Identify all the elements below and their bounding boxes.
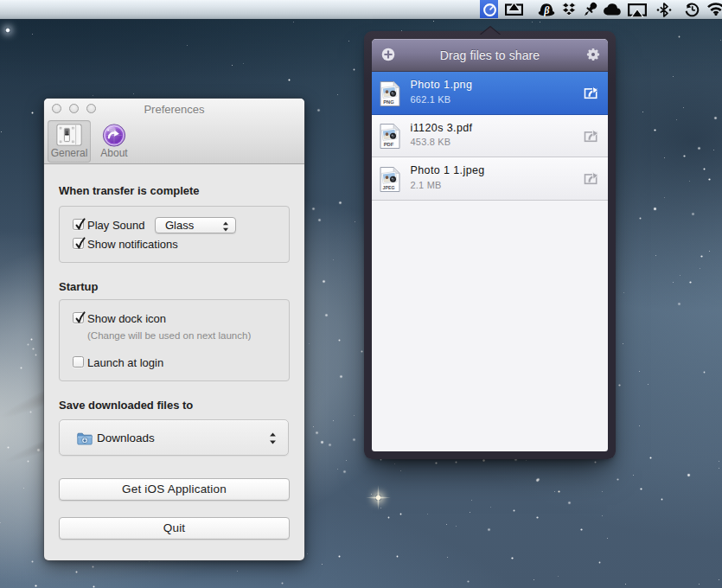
svg-text:JPEG: JPEG (383, 185, 395, 190)
svg-text:PNG: PNG (383, 99, 394, 105)
svg-text:β: β (543, 4, 550, 16)
svg-text:PDF: PDF (384, 142, 394, 147)
